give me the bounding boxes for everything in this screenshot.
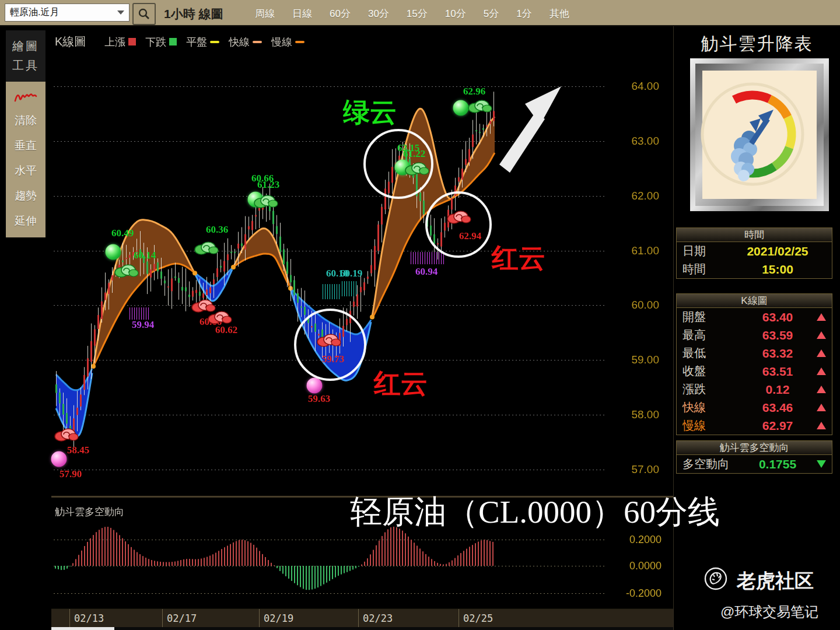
sidebar-header: 繪圖 工具 bbox=[6, 30, 46, 82]
data-row: 漲跌0.12 bbox=[677, 380, 832, 398]
legend-swatch bbox=[169, 38, 177, 46]
row-label: 時間 bbox=[682, 261, 741, 277]
author-handle: @环球交易笔记 bbox=[720, 603, 818, 621]
date-axis-divider bbox=[459, 609, 459, 628]
momentum-section-header: 觔斗雲多空動向 bbox=[677, 441, 832, 455]
price-tick: 63.00 bbox=[611, 135, 659, 148]
row-value: 62.97 bbox=[741, 419, 814, 433]
time-rows: 日期2021/02/25時間15:00 bbox=[677, 242, 832, 278]
row-label: 日期 bbox=[682, 243, 741, 259]
timeframe-button-其他[interactable]: 其他 bbox=[550, 7, 569, 20]
candlestick-chart-canvas[interactable] bbox=[51, 26, 674, 496]
oscillator-tick: 0.0000 bbox=[611, 560, 662, 572]
momentum-section: 觔斗雲多空動向 多空動向0.1755 bbox=[676, 440, 832, 474]
row-value: 63.59 bbox=[741, 328, 814, 342]
row-value: 63.40 bbox=[741, 310, 814, 324]
chevron-down-icon bbox=[117, 10, 124, 15]
legend-item: 下跌 bbox=[145, 35, 177, 49]
timeframe-button-日線[interactable]: 日線 bbox=[292, 7, 312, 20]
row-label: 收盤 bbox=[682, 363, 741, 379]
up-triangle-icon bbox=[814, 331, 826, 339]
row-value: 2021/02/25 bbox=[741, 244, 814, 258]
oscillator-tick: 0.2000 bbox=[611, 534, 662, 546]
period-title: 1小時 線圖 bbox=[164, 6, 223, 22]
chart-legend: K線圖 上漲下跌平盤快線慢線 bbox=[55, 34, 304, 50]
timeframe-button-周線[interactable]: 周線 bbox=[255, 7, 275, 20]
drawing-tools-sidebar: 繪圖 工具 清除垂直水平趨勢延伸 bbox=[0, 26, 51, 630]
date-tick: 02/17 bbox=[167, 612, 197, 624]
time-section: 時間 日期2021/02/25時間15:00 bbox=[676, 228, 832, 279]
data-row: 時間15:00 bbox=[677, 260, 832, 278]
legend-item: 快線 bbox=[229, 35, 262, 49]
red-scribble-icon[interactable] bbox=[14, 90, 37, 103]
sidebar-tool-趨勢[interactable]: 趨勢 bbox=[15, 188, 37, 204]
price-tick: 61.00 bbox=[611, 244, 659, 257]
panel-title: 觔斗雲升降表 bbox=[674, 32, 840, 56]
timeframe-menu: 周線日線60分30分15分10分5分1分其他 bbox=[255, 7, 569, 20]
row-label: 最高 bbox=[682, 327, 741, 343]
sidebar-tool-垂直[interactable]: 垂直 bbox=[15, 138, 37, 153]
up-triangle-icon bbox=[814, 422, 826, 429]
legend-swatch bbox=[210, 41, 219, 43]
timeframe-button-30分[interactable]: 30分 bbox=[368, 7, 389, 20]
price-tick: 58.00 bbox=[611, 408, 659, 421]
legend-swatch bbox=[253, 41, 262, 43]
sidebar-tool-延伸[interactable]: 延伸 bbox=[15, 214, 37, 229]
sidebar-tool-清除[interactable]: 清除 bbox=[15, 113, 37, 128]
kline-section: K線圖 開盤63.40最高63.59最低63.32收盤63.51漲跌0.12快線… bbox=[676, 293, 832, 435]
timeframe-button-60分[interactable]: 60分 bbox=[330, 7, 351, 20]
legend-items: 上漲下跌平盤快線慢線 bbox=[104, 35, 304, 49]
date-tick: 02/19 bbox=[264, 612, 293, 624]
row-label: 最低 bbox=[682, 345, 741, 361]
data-row: 日期2021/02/25 bbox=[677, 242, 832, 260]
date-axis-divider bbox=[162, 609, 163, 628]
sidebar-tool-水平[interactable]: 水平 bbox=[15, 163, 37, 178]
time-section-header: 時間 bbox=[677, 228, 832, 242]
vertical-separator bbox=[673, 26, 674, 630]
timeframe-button-5分[interactable]: 5分 bbox=[484, 7, 499, 20]
date-axis: 02/1302/1702/1902/2302/25 bbox=[51, 608, 674, 628]
legend-item: 慢線 bbox=[271, 35, 304, 49]
legend-item: 平盤 bbox=[186, 35, 219, 49]
timeframe-button-1分[interactable]: 1分 bbox=[516, 7, 531, 20]
horizontal-scrollbar-thumb[interactable] bbox=[51, 627, 114, 630]
row-value: 63.46 bbox=[741, 401, 814, 415]
row-value: 63.32 bbox=[741, 346, 814, 360]
row-label: 快線 bbox=[682, 400, 741, 415]
date-tick: 02/13 bbox=[74, 612, 104, 624]
row-value: 0.1755 bbox=[741, 457, 814, 471]
row-value: 15:00 bbox=[741, 262, 814, 276]
sidebar-tool-list: 清除垂直水平趨勢延伸 bbox=[6, 82, 46, 237]
data-row: 快線63.46 bbox=[677, 398, 832, 416]
search-button[interactable] bbox=[132, 3, 156, 25]
price-tick: 64.00 bbox=[611, 80, 659, 93]
cloud-gauge-icon bbox=[690, 58, 829, 214]
data-row: 慢線62.97 bbox=[677, 416, 832, 435]
row-value: 63.51 bbox=[741, 365, 814, 379]
community-name: 老虎社区 bbox=[737, 568, 814, 594]
legend-swatch bbox=[295, 41, 304, 43]
magnifier-icon bbox=[138, 8, 150, 20]
up-triangle-icon bbox=[814, 313, 826, 321]
date-axis-divider bbox=[259, 609, 260, 628]
data-row: 最低63.32 bbox=[677, 344, 832, 362]
symbol-select[interactable]: 輕原油.近月 bbox=[5, 4, 130, 22]
data-row: 開盤63.40 bbox=[677, 308, 832, 326]
kline-section-header: K線圖 bbox=[677, 294, 832, 308]
up-triangle-icon bbox=[814, 368, 826, 375]
row-label: 漲跌 bbox=[682, 382, 741, 397]
row-label: 開盤 bbox=[682, 309, 741, 325]
tiger-circle-icon bbox=[703, 566, 729, 594]
date-axis-divider bbox=[69, 609, 70, 628]
right-info-panel: 觔斗雲升降表 bbox=[674, 26, 840, 630]
date-tick: 02/25 bbox=[463, 612, 493, 624]
timeframe-button-15分[interactable]: 15分 bbox=[407, 7, 428, 20]
toolbar: 輕原油.近月 1小時 線圖 周線日線60分30分15分10分5分1分其他 bbox=[0, 0, 840, 26]
data-row: 收盤63.51 bbox=[677, 362, 832, 380]
timeframe-button-10分[interactable]: 10分 bbox=[445, 7, 466, 20]
chart-watermark-title: 轻原油（CL.0000）60分线 bbox=[350, 491, 720, 534]
up-triangle-icon bbox=[814, 386, 826, 393]
price-tick: 59.00 bbox=[611, 354, 659, 366]
legend-swatch bbox=[128, 38, 136, 46]
up-triangle-icon bbox=[814, 349, 826, 357]
